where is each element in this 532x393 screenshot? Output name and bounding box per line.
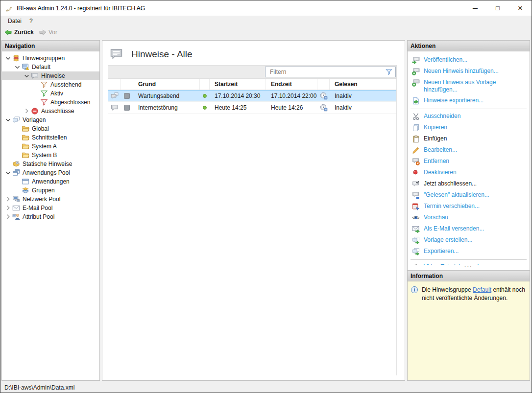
chevron-down-icon[interactable] [4,116,12,124]
action-deaktivieren[interactable]: Deaktivieren [408,167,530,179]
chevron-right-icon[interactable] [4,195,12,203]
action-exportieren[interactable]: Exportieren... [408,246,530,257]
tree-item-e-mail-pool[interactable]: E-Mail Pool [2,204,99,212]
app-logo-icon [5,4,13,12]
actions-more-handle[interactable]: ··· [408,265,530,270]
action-bearbeiten[interactable]: Bearbeiten... [408,145,530,156]
tree-item-label: Statische Hinweise [23,161,72,167]
chevron-right-icon[interactable] [23,107,31,115]
actions-header: Aktionen [408,41,530,51]
chevron-down-icon[interactable] [13,63,22,71]
tree-item-label: Global [32,125,49,132]
table-row-internetstörung[interactable]: InternetstörungHeute 14:25Heute 14:26Ina… [108,102,396,114]
action-neuen-hinweis-hinzufügen[interactable]: Neuen Hinweis hinzufügen... [408,66,530,77]
action-jetzt-abschliessen[interactable]: Jetzt abschliessen... [408,179,530,190]
navigation-tree: HinweisgruppenDefaultHinweiseAusstehendA… [2,51,99,380]
bubble-remove-icon [412,158,420,165]
menu-help[interactable]: ? [25,17,37,25]
default-group-link[interactable]: Default [473,286,491,293]
col-endzeit[interactable]: Endzeit [266,79,317,90]
gray-swatch-icon [123,104,131,112]
tree-item-attribut-pool[interactable]: Attribut Pool [2,212,99,221]
tree-item-abgeschlossen[interactable]: Abgeschlossen [2,98,99,107]
chevron-right-icon[interactable] [4,204,12,212]
tree-item-label: Ausschlüsse [41,108,74,115]
bubble-add-icon [412,79,420,87]
minus-circle-icon [31,107,39,115]
col-gelesen[interactable]: Gelesen [330,79,396,90]
chevron-down-icon[interactable] [4,169,12,177]
tree-item-label: Abgeschlossen [50,99,90,106]
action-hinweise-exportieren[interactable]: Hinweise exportieren... [408,95,530,107]
app-window: IBI-aws Admin 1.24.0 - registriert für I… [0,0,532,393]
action-termin-verschieben[interactable]: Termin verschieben... [408,201,530,212]
action-gelesen-aktualisieren[interactable]: "Gelesen" aktualisieren... [408,190,530,201]
person-icon [12,213,20,221]
content-title-row: Hinweise - Alle [102,41,405,65]
tree-item-hinweisgruppen[interactable]: Hinweisgruppen [2,54,99,63]
filter-funnel-icon[interactable] [385,68,393,76]
tree-item-anwendungs-pool[interactable]: Anwendungs Pool [2,168,99,177]
chevron-down-icon[interactable] [4,54,12,62]
action-label: Einfügen [424,135,447,142]
titlebar: IBI-aws Admin 1.24.0 - registriert für I… [0,0,532,16]
back-button[interactable]: Zurück [2,27,36,37]
cell-startzeit: Heute 14:25 [210,104,266,111]
cell-grund: Internetstörung [133,104,200,111]
navigation-panel: Navigation HinweisgruppenDefaultHinweise… [1,40,100,381]
tree-item-ausstehend[interactable]: Ausstehend [2,80,99,89]
col-gelesen-icon[interactable] [317,79,330,90]
tree-item-statische-hinweise[interactable]: Statische Hinweise [2,160,99,168]
email-send-icon [412,225,420,233]
forward-button[interactable]: Vor [36,27,60,37]
status-path: D:\IBI-aws\Admin\Data.xml [4,384,74,391]
chevron-right-icon[interactable] [4,213,12,221]
action-label: Ausschneiden [424,113,460,120]
tree-item-system-a[interactable]: System A [2,142,99,151]
action-veröffentlichen[interactable]: Veröffentlichen... [408,55,530,66]
tree-item-global[interactable]: Global [2,124,99,133]
action-als-e-mail-versenden[interactable]: Als E-Mail versenden... [408,224,530,235]
tree-item-hinweise[interactable]: Hinweise [2,71,99,80]
tree-item-system-b[interactable]: System B [2,151,99,160]
table-row-wartungsabend[interactable]: Wartungsabend17.10.2014 20:3017.10.2014 … [108,90,396,102]
action-kopieren[interactable]: Kopieren [408,122,530,134]
tree-item-anwendungen[interactable]: Anwendungen [2,177,99,186]
col-startzeit[interactable]: Startzeit [210,79,266,90]
col-icon2[interactable] [121,79,133,90]
col-status[interactable] [200,79,210,90]
minimize-button[interactable]: ─ [464,0,486,16]
action-label: Neuen Hinweis hinzufügen... [424,68,499,75]
close-button[interactable]: × [509,0,532,16]
action-entfernen[interactable]: Entfernen [408,156,530,167]
chevron-down-icon[interactable] [23,72,31,80]
tree-item-schnittstellen[interactable]: Schnittstellen [2,133,99,142]
action-vorschau[interactable]: Vorschau [408,212,530,224]
tree-item-gruppen[interactable]: Gruppen [2,186,99,195]
action-ausschneiden[interactable]: Ausschneiden [408,111,530,122]
actions-list: Veröffentlichen...Neuen Hinweis hinzufüg… [408,51,530,265]
tree-item-vorlagen[interactable]: Vorlagen [2,116,99,124]
action-neuen-hinweis-aus-vorlage-hinzufügen[interactable]: Neuen Hinweis aus Vorlage hinzufügen... [408,77,530,95]
action-vorlage-erstellen[interactable]: Vorlage erstellen... [408,235,530,246]
col-icon1[interactable] [108,79,121,90]
tree-item-default[interactable]: Default [2,63,99,71]
information-panel: Information Die Hinweisgruppe Default en… [407,270,530,381]
cell-grund: Wartungsabend [133,92,200,99]
tree-item-ausschlüsse[interactable]: Ausschlüsse [2,107,99,116]
action-label: Hinweise exportieren... [424,97,484,104]
row-type-cell [108,92,121,100]
chevron-spacer [13,134,22,141]
right-column: Aktionen Veröffentlichen...Neuen Hinweis… [407,40,530,381]
action-einfügen[interactable]: Einfügen [408,134,530,145]
col-grund[interactable]: Grund [133,79,200,90]
menu-datei[interactable]: Datei [4,17,25,25]
tree-item-netzwerk-pool[interactable]: Netzwerk Pool [2,195,99,204]
maximize-button[interactable]: □ [486,0,509,16]
filter-input[interactable] [266,68,385,76]
static-box-icon [12,160,20,168]
email-icon [12,204,20,212]
cell-gelesen-icon [317,104,330,112]
tree-item-label: Default [32,64,50,70]
tree-item-aktiv[interactable]: Aktiv [2,89,99,98]
